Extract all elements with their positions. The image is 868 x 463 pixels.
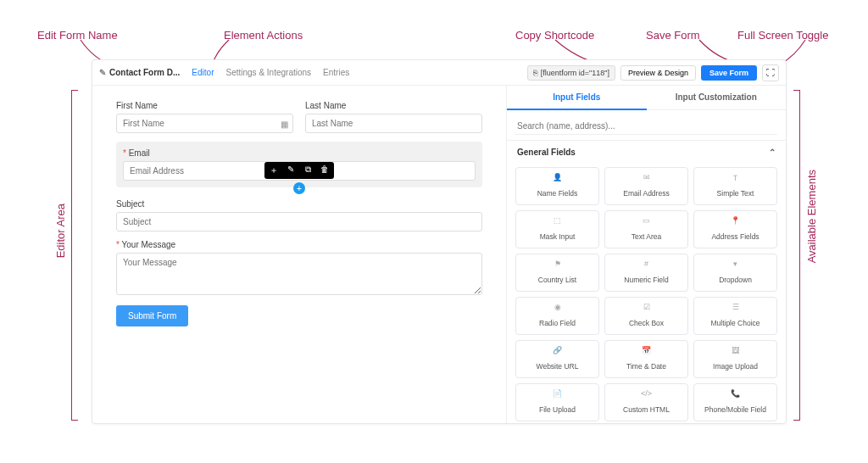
label-email: Email [123, 148, 476, 158]
field-numeric[interactable]: #Numeric Field [604, 254, 688, 292]
bracket-right [793, 90, 800, 421]
field-time-date[interactable]: 📅Time & Date [604, 340, 688, 378]
col-last-name: Last Name [305, 101, 482, 133]
selected-field-email[interactable]: Email ＋ ✎ ⧉ 🗑 + [116, 142, 482, 187]
fc-label: Name Fields [537, 189, 578, 198]
fc-label: Simple Text [717, 189, 754, 198]
mask-icon: ⬚ [518, 216, 597, 225]
anno-full-screen: Full Screen Toggle [737, 29, 828, 42]
tab-entries[interactable]: Entries [323, 61, 349, 84]
anno-element-actions: Element Actions [224, 29, 303, 42]
image-icon: 🖼 [696, 346, 775, 354]
fc-label: Dropdown [719, 276, 752, 284]
fc-label: Website URL [537, 362, 579, 371]
subject-input[interactable] [116, 212, 482, 232]
file-icon: 📄 [518, 389, 597, 398]
first-name-input[interactable] [116, 114, 293, 133]
add-element-below[interactable]: + [293, 182, 305, 194]
message-input[interactable] [116, 253, 482, 295]
search-input[interactable] [515, 118, 777, 135]
phone-icon: 📞 [696, 389, 775, 398]
fc-label: Address Fields [711, 232, 759, 241]
flag-icon: ⚑ [518, 259, 597, 268]
field-message: Your Message [116, 240, 482, 298]
action-copy-icon[interactable]: ⧉ [303, 165, 313, 176]
copy-icon: ⎘ [533, 69, 537, 77]
field-country-list[interactable]: ⚑Country List [515, 254, 599, 292]
shortcode-text: [fluentform id="118"] [541, 69, 609, 77]
sidebar-tabs: Input Fields Input Customization [507, 86, 786, 110]
field-image-upload[interactable]: 🖼Image Upload [693, 340, 777, 378]
label-subject: Subject [116, 199, 482, 209]
text-icon: Ｔ [696, 173, 775, 181]
fc-label: Image Upload [713, 362, 758, 371]
fc-label: Text Area [632, 232, 661, 241]
mail-icon: ✉ [607, 173, 686, 181]
tab-editor[interactable]: Editor [192, 61, 214, 84]
section-general-header[interactable]: General Fields ⌃ [507, 140, 786, 164]
last-name-input[interactable] [305, 114, 482, 133]
field-subject: Subject [116, 199, 482, 232]
field-website-url[interactable]: 🔗Website URL [515, 340, 599, 378]
radio-icon: ◉ [518, 303, 597, 311]
preview-button[interactable]: Preview & Design [620, 65, 696, 81]
field-custom-html[interactable]: </>Custom HTML [604, 383, 688, 421]
textarea-icon: ▭ [607, 216, 686, 225]
field-multiple-choice[interactable]: ☰Multiple Choice [693, 297, 777, 335]
link-icon: 🔗 [518, 346, 597, 354]
field-phone[interactable]: 📞Phone/Mobile Field [693, 383, 777, 421]
fc-label: Time & Date [626, 362, 666, 371]
editor-canvas[interactable]: First Name ▦ Last Name Email ＋ ✎ ⧉ [92, 86, 506, 423]
row-name: First Name ▦ Last Name [116, 101, 482, 133]
body: First Name ▦ Last Name Email ＋ ✎ ⧉ [92, 86, 786, 423]
action-add-icon[interactable]: ＋ [269, 165, 279, 176]
field-radio[interactable]: ◉Radio Field [515, 297, 599, 335]
hash-icon: # [607, 259, 686, 268]
submit-button[interactable]: Submit Form [116, 305, 188, 326]
checkbox-icon: ☑ [607, 303, 686, 311]
general-fields-grid: 👤Name Fields ✉Email Address ＴSimple Text… [507, 164, 786, 423]
field-simple-text[interactable]: ＴSimple Text [693, 167, 777, 205]
fc-label: Custom HTML [623, 405, 670, 414]
fc-label: File Upload [539, 405, 576, 414]
fullscreen-icon: ⛶ [766, 68, 775, 77]
field-checkbox[interactable]: ☑Check Box [604, 297, 688, 335]
fullscreen-button[interactable]: ⛶ [762, 64, 779, 81]
pencil-icon: ✎ [99, 68, 106, 77]
label-first-name: First Name [116, 101, 293, 110]
dropdown-icon: ▾ [696, 259, 775, 268]
shortcode-box[interactable]: ⎘ [fluentform id="118"] [527, 65, 615, 81]
action-edit-icon[interactable]: ✎ [286, 165, 296, 176]
chevron-up-icon: ⌃ [769, 148, 776, 157]
fc-label: Email Address [623, 189, 669, 198]
field-address[interactable]: 📍Address Fields [693, 210, 777, 248]
section-general-title: General Fields [517, 148, 576, 157]
element-action-bar: ＋ ✎ ⧉ 🗑 [264, 162, 334, 179]
bracket-left [71, 90, 78, 421]
form-name[interactable]: ✎ Contact Form D... [99, 68, 180, 77]
first-name-wrap: ▦ [116, 114, 293, 133]
anno-save-form: Save Form [646, 29, 700, 42]
fc-label: Multiple Choice [710, 319, 760, 327]
tab-input-customization[interactable]: Input Customization [647, 86, 787, 110]
top-tabs: Editor Settings & Integrations Entries [192, 61, 349, 84]
elements-sidebar: Input Fields Input Customization General… [506, 86, 786, 423]
anno-copy-shortcode: Copy Shortcode [515, 29, 594, 42]
pin-icon: 📍 [696, 216, 775, 225]
code-icon: </> [607, 389, 686, 398]
tab-settings[interactable]: Settings & Integrations [225, 61, 311, 84]
field-name-fields[interactable]: 👤Name Fields [515, 167, 599, 205]
field-text-area[interactable]: ▭Text Area [604, 210, 688, 248]
field-file-upload[interactable]: 📄File Upload [515, 383, 599, 421]
field-email-address[interactable]: ✉Email Address [604, 167, 688, 205]
fc-label: Check Box [629, 319, 664, 327]
topbar: ✎ Contact Form D... Editor Settings & In… [92, 60, 786, 86]
user-icon: 👤 [518, 173, 597, 181]
action-delete-icon[interactable]: 🗑 [320, 165, 330, 176]
anno-available-elements: Available Elements [805, 170, 818, 263]
col-first-name: First Name ▦ [116, 101, 293, 133]
tab-input-fields[interactable]: Input Fields [507, 86, 647, 110]
save-button[interactable]: Save Form [701, 65, 757, 81]
field-dropdown[interactable]: ▾Dropdown [693, 254, 777, 292]
field-mask-input[interactable]: ⬚Mask Input [515, 210, 599, 248]
